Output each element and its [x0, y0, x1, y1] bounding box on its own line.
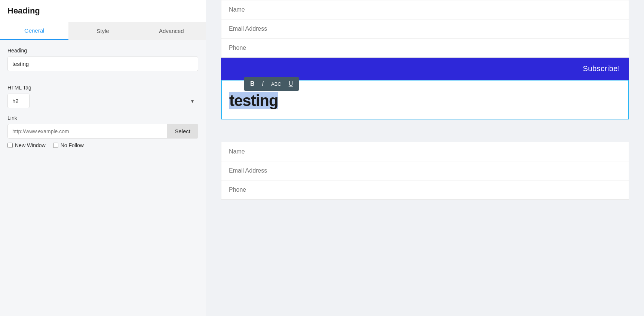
- left-panel: Heading General Style Advanced Heading H…: [0, 0, 206, 316]
- tab-general[interactable]: General: [0, 22, 68, 40]
- new-window-checkbox[interactable]: [7, 143, 13, 148]
- heading-text-selected: testing: [229, 92, 278, 109]
- email-field-top: [221, 19, 629, 39]
- link-section: Link Select: [7, 115, 198, 139]
- tab-advanced[interactable]: Advanced: [137, 22, 206, 40]
- name-input-bottom[interactable]: [229, 148, 621, 155]
- phone-input-bottom[interactable]: [229, 186, 621, 193]
- underline-button[interactable]: U: [286, 79, 296, 89]
- heading-display[interactable]: testing: [229, 92, 621, 110]
- phone-field-bottom: [221, 180, 629, 200]
- no-follow-label: No Follow: [61, 142, 84, 148]
- link-input[interactable]: [8, 124, 167, 138]
- heading-label: Heading: [7, 48, 198, 54]
- html-tag-dropdown-wrapper: h1 h2 h3 h4 h5 h6 div span p ▾: [7, 94, 198, 108]
- no-follow-checkbox[interactable]: [53, 143, 58, 148]
- strikethrough-button[interactable]: ABC: [268, 80, 284, 88]
- name-input-top[interactable]: [229, 6, 621, 13]
- heading-field-group: Heading: [7, 48, 198, 78]
- no-follow-checkbox-label[interactable]: No Follow: [53, 142, 84, 148]
- panel-title: Heading: [0, 0, 206, 22]
- name-field-bottom: [221, 142, 629, 161]
- chevron-down-icon: ▾: [191, 98, 194, 104]
- right-panel: Subscribe! B I ABC U testing: [206, 0, 644, 316]
- top-form-section: [221, 0, 629, 58]
- heading-input[interactable]: [7, 57, 198, 71]
- link-label: Link: [7, 115, 198, 121]
- select-button[interactable]: Select: [167, 124, 198, 138]
- html-tag-label: HTML Tag: [7, 85, 198, 91]
- tabs-bar: General Style Advanced: [0, 22, 206, 40]
- phone-field-top: [221, 39, 629, 58]
- italic-button[interactable]: I: [259, 79, 267, 89]
- subscribe-label: Subscribe!: [583, 64, 620, 73]
- new-window-checkbox-label[interactable]: New Window: [7, 142, 46, 148]
- name-field-top: [221, 0, 629, 19]
- bottom-form-section: [221, 142, 629, 200]
- link-row: Select: [7, 124, 198, 139]
- bold-button[interactable]: B: [247, 79, 258, 89]
- tab-style[interactable]: Style: [68, 22, 137, 40]
- checkbox-row: New Window No Follow: [7, 142, 198, 148]
- html-tag-select[interactable]: h1 h2 h3 h4 h5 h6 div span p: [7, 94, 30, 108]
- heading-element-wrapper: B I ABC U testing: [221, 80, 629, 119]
- text-toolbar: B I ABC U: [244, 77, 299, 91]
- html-tag-field-group: HTML Tag h1 h2 h3 h4 h5 h6 div span p ▾: [7, 85, 198, 108]
- email-input-bottom[interactable]: [229, 167, 621, 174]
- new-window-label: New Window: [15, 142, 46, 148]
- heading-widget-container: Subscribe! B I ABC U testing: [221, 58, 629, 119]
- email-field-bottom: [221, 161, 629, 180]
- panel-body: Heading HTML Tag h1 h2 h3 h4 h5 h6 div s…: [0, 40, 206, 316]
- email-input-top[interactable]: [229, 25, 621, 32]
- phone-input-top[interactable]: [229, 45, 621, 51]
